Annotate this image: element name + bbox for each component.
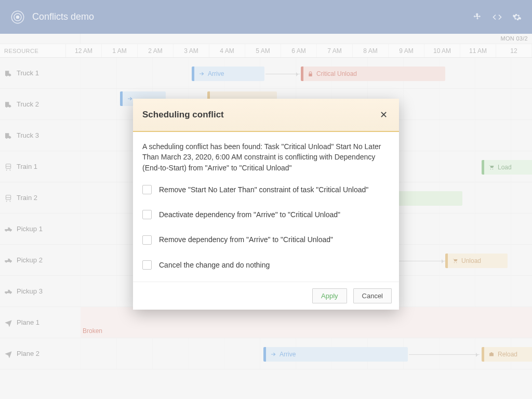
apply-button[interactable]: Apply (312, 288, 347, 303)
dialog-description: A scheduling conflict has been found: Ta… (142, 141, 390, 173)
option-cancel-change[interactable]: Cancel the change and do nothing (142, 260, 390, 270)
conflict-dialog: Scheduling conflict ✕ A scheduling confl… (133, 99, 399, 310)
checkbox[interactable] (142, 260, 152, 270)
close-icon[interactable]: ✕ (378, 107, 390, 123)
option-remove-dependency[interactable]: Remove dependency from "Arrive" to "Crit… (142, 234, 390, 245)
checkbox[interactable] (142, 210, 152, 219)
checkbox[interactable] (142, 185, 152, 194)
checkbox[interactable] (142, 235, 152, 245)
option-deactivate-dependency[interactable]: Deactivate dependency from "Arrive" to "… (142, 209, 390, 220)
dialog-title: Scheduling conflict (142, 110, 378, 120)
option-remove-constraint[interactable]: Remove "Start No Later Than" constraint … (142, 184, 390, 195)
cancel-button[interactable]: Cancel (353, 288, 392, 303)
